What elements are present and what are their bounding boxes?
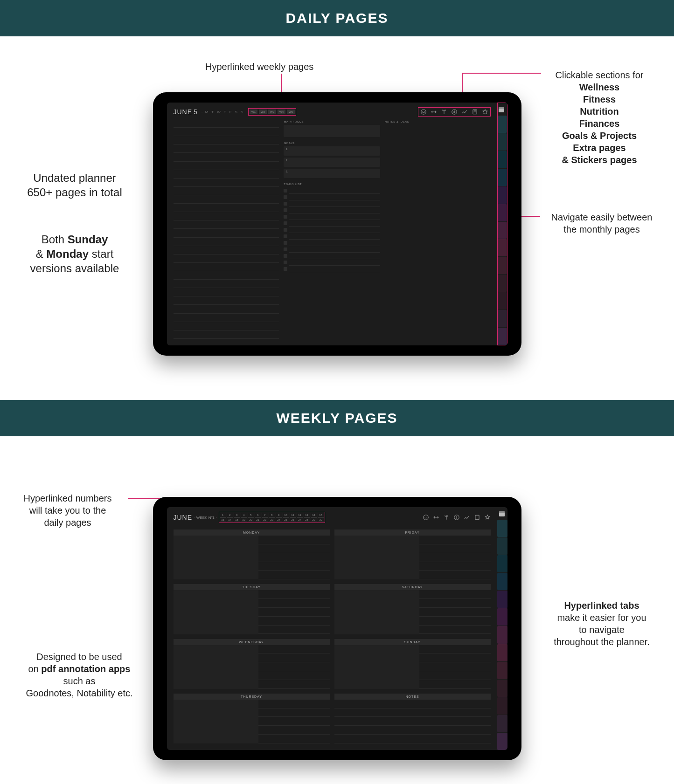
- side-tab[interactable]: [497, 680, 507, 697]
- side-tab[interactable]: [498, 222, 507, 239]
- svg-point-0: [421, 110, 426, 115]
- stickers-icon[interactable]: [484, 514, 491, 521]
- cal-day[interactable]: 13: [304, 513, 310, 517]
- dow[interactable]: W: [216, 110, 222, 114]
- cal-day[interactable]: 3: [234, 513, 240, 517]
- cal-day[interactable]: 23: [269, 517, 275, 522]
- week-chip[interactable]: W3: [268, 110, 276, 114]
- cal-day[interactable]: 5: [248, 513, 254, 517]
- goals-icon[interactable]: [461, 109, 468, 115]
- side-tab[interactable]: [497, 573, 507, 590]
- side-tab[interactable]: [498, 133, 507, 151]
- cal-day[interactable]: 26: [290, 517, 296, 522]
- calendar-icon[interactable]: [498, 106, 505, 113]
- week-chip[interactable]: W5: [287, 110, 295, 114]
- dow[interactable]: T: [210, 110, 215, 114]
- tablet-daily: JUNE 5 · M T W T F S S · W1 W2 W3 W4: [153, 92, 521, 356]
- cal-row: 123456789101112131415: [220, 513, 324, 517]
- annot-text: such as: [63, 676, 96, 686]
- cal-day[interactable]: 6: [255, 513, 261, 517]
- side-tab[interactable]: [498, 275, 507, 292]
- fitness-icon[interactable]: [433, 514, 439, 521]
- daily-content: MAIN FOCUS GOALS 1. 2. 3. TO-DO LIST: [167, 119, 497, 345]
- cal-day[interactable]: 4: [241, 513, 247, 517]
- cal-day[interactable]: 18: [234, 517, 240, 522]
- dow[interactable]: M: [204, 110, 209, 114]
- cal-day[interactable]: 22: [262, 517, 268, 522]
- goal-box: 3.: [284, 169, 380, 178]
- week-chip[interactable]: W1: [250, 110, 257, 114]
- side-tab[interactable]: [497, 537, 507, 555]
- cal-day[interactable]: 2: [227, 513, 233, 517]
- nutrition-icon[interactable]: [441, 109, 447, 115]
- goal-box: 2.: [284, 158, 380, 167]
- finances-icon[interactable]: [453, 514, 460, 521]
- cal-day[interactable]: 28: [304, 517, 310, 522]
- stickers-icon[interactable]: [482, 109, 488, 115]
- side-tab[interactable]: [498, 292, 507, 309]
- cal-day[interactable]: 8: [269, 513, 275, 517]
- side-tab[interactable]: [497, 697, 507, 715]
- annot-pdf-apps: Designed to be used on pdf annotation ap…: [7, 651, 152, 699]
- side-tab[interactable]: [497, 591, 507, 608]
- side-tab[interactable]: [497, 520, 507, 537]
- cal-day[interactable]: 19: [241, 517, 247, 522]
- side-tab[interactable]: [498, 257, 507, 274]
- wellness-icon[interactable]: [423, 514, 429, 521]
- annot-item: Wellness: [579, 82, 619, 92]
- planner-main: JUNE 5 · M T W T F S S · W1 W2 W3 W4: [167, 103, 497, 345]
- cal-day[interactable]: 27: [297, 517, 303, 522]
- wellness-icon[interactable]: [420, 109, 427, 115]
- cal-day[interactable]: 24: [276, 517, 282, 522]
- cal-day[interactable]: 16: [220, 517, 226, 522]
- fitness-icon[interactable]: [431, 109, 437, 115]
- dow[interactable]: S: [234, 110, 238, 114]
- cal-day[interactable]: 25: [283, 517, 289, 522]
- dow[interactable]: T: [223, 110, 227, 114]
- cal-day[interactable]: 12: [297, 513, 303, 517]
- calendar-icon[interactable]: [498, 510, 506, 517]
- cal-day[interactable]: 21: [255, 517, 261, 522]
- annot-start-version: Both Sunday & Monday start versions avai…: [14, 232, 135, 276]
- side-tab[interactable]: [497, 715, 507, 732]
- side-tab[interactable]: [498, 204, 507, 221]
- week-chip[interactable]: W2: [259, 110, 267, 114]
- cal-day[interactable]: 11: [290, 513, 296, 517]
- cal-day[interactable]: 29: [311, 517, 317, 522]
- cal-day[interactable]: 30: [318, 517, 324, 522]
- dow[interactable]: F: [229, 110, 233, 114]
- side-tab[interactable]: [497, 608, 507, 626]
- side-tab[interactable]: [498, 116, 507, 133]
- cal-day[interactable]: 7: [262, 513, 268, 517]
- week-chips-highlight: W1 W2 W3 W4 W5: [248, 108, 296, 116]
- side-tab[interactable]: [497, 626, 507, 643]
- side-tab[interactable]: [498, 239, 507, 256]
- cal-day[interactable]: 17: [227, 517, 233, 522]
- goals-icon[interactable]: [464, 514, 470, 521]
- side-tab[interactable]: [497, 644, 507, 661]
- annot-bold: pdf annotation apps: [41, 664, 130, 674]
- side-tab[interactable]: [498, 328, 507, 345]
- section-icons: [423, 514, 491, 521]
- cal-day[interactable]: 1: [220, 513, 226, 517]
- cal-day[interactable]: 9: [276, 513, 282, 517]
- side-tab[interactable]: [498, 186, 507, 204]
- nutrition-icon[interactable]: [443, 514, 450, 521]
- side-tab[interactable]: [498, 151, 507, 168]
- cal-day[interactable]: 10: [283, 513, 289, 517]
- side-tab[interactable]: [498, 310, 507, 327]
- finances-icon[interactable]: [451, 109, 458, 115]
- side-tab[interactable]: [497, 555, 507, 572]
- cal-day[interactable]: 15: [318, 513, 324, 517]
- side-tab[interactable]: [498, 169, 507, 186]
- side-tab[interactable]: [497, 662, 507, 679]
- cal-day[interactable]: 14: [311, 513, 317, 517]
- extra-icon[interactable]: [474, 514, 480, 521]
- extra-icon[interactable]: [472, 109, 478, 115]
- side-tab[interactable]: [497, 733, 507, 750]
- dow[interactable]: S: [240, 110, 244, 114]
- week-chip[interactable]: W4: [278, 110, 285, 114]
- planner-main: JUNE · WEEK Nº1 · 123456789101112131415 …: [167, 507, 497, 750]
- cal-day[interactable]: 20: [248, 517, 254, 522]
- annot-item: Fitness: [583, 94, 616, 104]
